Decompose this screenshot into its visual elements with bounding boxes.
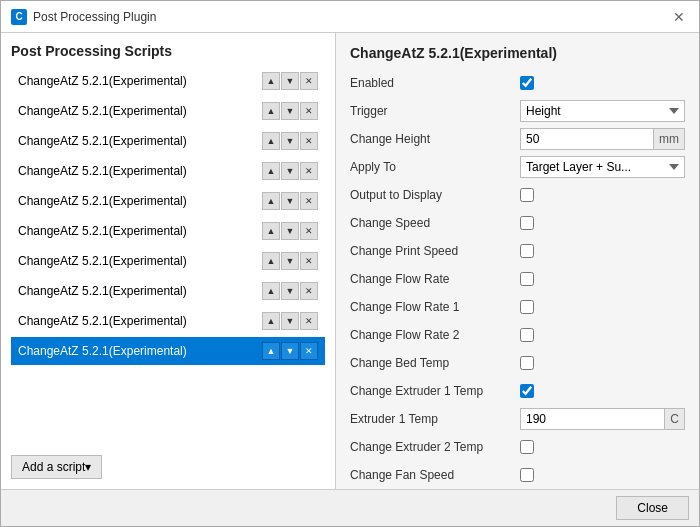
move-down-button[interactable]: ▼ xyxy=(281,72,299,90)
script-item[interactable]: ChangeAtZ 5.2.1(Experimental)▲▼✕ xyxy=(11,307,325,335)
move-up-button[interactable]: ▲ xyxy=(262,252,280,270)
field-checkbox[interactable] xyxy=(520,272,534,286)
field-label: Change Speed xyxy=(350,216,520,230)
form-row: Change Fan Speed xyxy=(350,463,685,487)
move-up-button[interactable]: ▲ xyxy=(262,132,280,150)
script-item-controls: ▲▼✕ xyxy=(262,282,318,300)
checkbox-container xyxy=(520,440,685,454)
field-checkbox[interactable] xyxy=(520,244,534,258)
field-label: Change Extruder 1 Temp xyxy=(350,384,520,398)
field-checkbox[interactable] xyxy=(520,188,534,202)
move-down-button[interactable]: ▼ xyxy=(281,312,299,330)
script-item[interactable]: ChangeAtZ 5.2.1(Experimental)▲▼✕ xyxy=(11,127,325,155)
field-select[interactable]: HeightLayer xyxy=(520,100,685,122)
move-up-button[interactable]: ▲ xyxy=(262,192,280,210)
form-row: Change Heightmm xyxy=(350,127,685,151)
field-label: Change Height xyxy=(350,132,520,146)
move-up-button[interactable]: ▲ xyxy=(262,102,280,120)
move-down-button[interactable]: ▼ xyxy=(281,282,299,300)
move-down-button[interactable]: ▼ xyxy=(281,102,299,120)
field-checkbox[interactable] xyxy=(520,440,534,454)
remove-button[interactable]: ✕ xyxy=(300,192,318,210)
move-down-button[interactable]: ▼ xyxy=(281,192,299,210)
field-select[interactable]: Target Layer + Su...Target Layer xyxy=(520,156,685,178)
window-close-button[interactable]: ✕ xyxy=(669,7,689,27)
script-item[interactable]: ChangeAtZ 5.2.1(Experimental)▲▼✕ xyxy=(11,187,325,215)
move-down-button[interactable]: ▼ xyxy=(281,222,299,240)
script-item[interactable]: ChangeAtZ 5.2.1(Experimental)▲▼✕ xyxy=(11,67,325,95)
move-down-button[interactable]: ▼ xyxy=(281,342,299,360)
close-button[interactable]: Close xyxy=(616,496,689,520)
remove-button[interactable]: ✕ xyxy=(300,342,318,360)
remove-button[interactable]: ✕ xyxy=(300,162,318,180)
move-down-button[interactable]: ▼ xyxy=(281,132,299,150)
script-item[interactable]: ChangeAtZ 5.2.1(Experimental)▲▼✕ xyxy=(11,337,325,365)
move-up-button[interactable]: ▲ xyxy=(262,72,280,90)
main-window: C Post Processing Plugin ✕ Post Processi… xyxy=(0,0,700,527)
script-item-controls: ▲▼✕ xyxy=(262,342,318,360)
field-label: Extruder 1 Temp xyxy=(350,412,520,426)
remove-button[interactable]: ✕ xyxy=(300,72,318,90)
move-down-button[interactable]: ▼ xyxy=(281,252,299,270)
app-icon: C xyxy=(11,9,27,25)
move-up-button[interactable]: ▲ xyxy=(262,342,280,360)
field-input[interactable] xyxy=(520,408,665,430)
remove-button[interactable]: ✕ xyxy=(300,252,318,270)
field-checkbox[interactable] xyxy=(520,328,534,342)
checkbox-container xyxy=(520,216,685,230)
field-control xyxy=(520,272,685,286)
checkbox-container xyxy=(520,356,685,370)
title-bar-left: C Post Processing Plugin xyxy=(11,9,156,25)
remove-button[interactable]: ✕ xyxy=(300,132,318,150)
move-up-button[interactable]: ▲ xyxy=(262,282,280,300)
remove-button[interactable]: ✕ xyxy=(300,102,318,120)
remove-button[interactable]: ✕ xyxy=(300,282,318,300)
script-item-label: ChangeAtZ 5.2.1(Experimental) xyxy=(18,74,262,88)
script-item-controls: ▲▼✕ xyxy=(262,132,318,150)
script-item-controls: ▲▼✕ xyxy=(262,192,318,210)
field-control xyxy=(520,384,685,398)
checkbox-container xyxy=(520,76,685,90)
field-control xyxy=(520,328,685,342)
script-item[interactable]: ChangeAtZ 5.2.1(Experimental)▲▼✕ xyxy=(11,217,325,245)
remove-button[interactable]: ✕ xyxy=(300,312,318,330)
form-row: Extruder 1 TempC xyxy=(350,407,685,431)
script-item-controls: ▲▼✕ xyxy=(262,102,318,120)
move-up-button[interactable]: ▲ xyxy=(262,222,280,240)
title-bar: C Post Processing Plugin ✕ xyxy=(1,1,699,33)
field-checkbox[interactable] xyxy=(520,216,534,230)
script-item[interactable]: ChangeAtZ 5.2.1(Experimental)▲▼✕ xyxy=(11,157,325,185)
script-item-label: ChangeAtZ 5.2.1(Experimental) xyxy=(18,194,262,208)
field-control: HeightLayer xyxy=(520,100,685,122)
field-control xyxy=(520,356,685,370)
window-title: Post Processing Plugin xyxy=(33,10,156,24)
field-label: Change Bed Temp xyxy=(350,356,520,370)
script-item[interactable]: ChangeAtZ 5.2.1(Experimental)▲▼✕ xyxy=(11,277,325,305)
field-checkbox[interactable] xyxy=(520,76,534,90)
move-up-button[interactable]: ▲ xyxy=(262,162,280,180)
field-control xyxy=(520,440,685,454)
right-panel-title: ChangeAtZ 5.2.1(Experimental) xyxy=(350,45,685,61)
form-row: Apply ToTarget Layer + Su...Target Layer xyxy=(350,155,685,179)
field-checkbox[interactable] xyxy=(520,356,534,370)
field-checkbox[interactable] xyxy=(520,384,534,398)
move-down-button[interactable]: ▼ xyxy=(281,162,299,180)
field-checkbox[interactable] xyxy=(520,468,534,482)
script-item[interactable]: ChangeAtZ 5.2.1(Experimental)▲▼✕ xyxy=(11,247,325,275)
checkbox-container xyxy=(520,244,685,258)
move-up-button[interactable]: ▲ xyxy=(262,312,280,330)
script-item-label: ChangeAtZ 5.2.1(Experimental) xyxy=(18,224,262,238)
field-label: Change Extruder 2 Temp xyxy=(350,440,520,454)
field-checkbox[interactable] xyxy=(520,300,534,314)
field-input[interactable] xyxy=(520,128,654,150)
add-script-button[interactable]: Add a script▾ xyxy=(11,455,102,479)
script-item[interactable]: ChangeAtZ 5.2.1(Experimental)▲▼✕ xyxy=(11,97,325,125)
field-control xyxy=(520,216,685,230)
checkbox-container xyxy=(520,328,685,342)
checkbox-container xyxy=(520,468,685,482)
bottom-bar: Close xyxy=(1,489,699,526)
remove-button[interactable]: ✕ xyxy=(300,222,318,240)
field-label: Change Flow Rate xyxy=(350,272,520,286)
script-item-label: ChangeAtZ 5.2.1(Experimental) xyxy=(18,344,262,358)
form-row: Change Flow Rate 2 xyxy=(350,323,685,347)
